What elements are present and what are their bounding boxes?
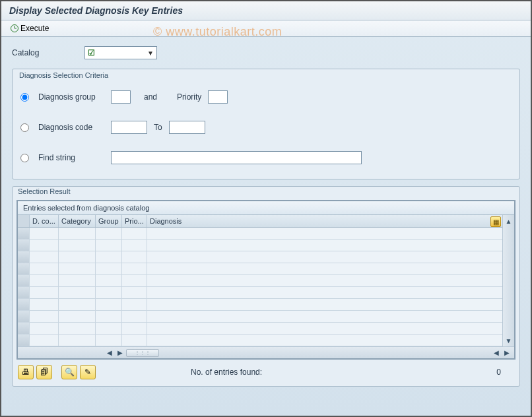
grid-rows bbox=[18, 228, 502, 346]
input-code-to[interactable] bbox=[169, 121, 205, 134]
scrollbar-thumb[interactable]: ⋮⋮⋮ bbox=[126, 349, 159, 357]
print-icon: 🖶 bbox=[22, 368, 30, 377]
execute-label: Execute bbox=[20, 24, 49, 33]
catalog-label: Catalog bbox=[12, 48, 78, 57]
radio-diagnosis-group[interactable] bbox=[20, 93, 29, 102]
column-category[interactable]: Category bbox=[59, 215, 96, 227]
edit-icon: ✎ bbox=[84, 368, 91, 377]
table-row[interactable] bbox=[18, 263, 502, 275]
criteria-title: Diagnosis Selection Criteria bbox=[19, 71, 513, 79]
execute-icon bbox=[11, 24, 18, 32]
table-row[interactable] bbox=[18, 335, 502, 346]
chevron-down-icon: ▼ bbox=[147, 49, 154, 57]
table-row[interactable] bbox=[18, 251, 502, 263]
output-button[interactable]: 🗐 bbox=[36, 365, 52, 379]
table-row[interactable] bbox=[18, 240, 502, 251]
scroll-down-icon[interactable]: ▼ bbox=[504, 336, 514, 345]
output-icon: 🗐 bbox=[40, 368, 48, 377]
scroll-left2-icon[interactable]: ◀ bbox=[492, 348, 501, 358]
table-row[interactable] bbox=[18, 323, 502, 335]
result-footer: 🖶 🗐 🔍 ✎ No. of entries found: 0 bbox=[17, 360, 515, 381]
catalog-select[interactable]: ☑ ▼ bbox=[84, 46, 157, 59]
criteria-group: Diagnosis Selection Criteria Diagnosis g… bbox=[12, 69, 520, 179]
label-diagnosis-code: Diagnosis code bbox=[38, 123, 104, 132]
input-diagnosis-group[interactable] bbox=[111, 90, 131, 104]
execute-button[interactable]: Execute bbox=[7, 22, 53, 34]
table-settings-icon[interactable]: ▦ bbox=[490, 216, 501, 227]
table-row[interactable] bbox=[18, 228, 502, 240]
sap-window: Display Selected Diagnosis Key Entries E… bbox=[1, 1, 531, 416]
page-title: Display Selected Diagnosis Key Entries bbox=[1, 1, 531, 20]
column-group[interactable]: Group bbox=[96, 215, 122, 227]
table-row[interactable] bbox=[18, 275, 502, 287]
column-diagnosis[interactable]: Diagnosis bbox=[147, 215, 502, 227]
entries-count-label: No. of entries found: bbox=[191, 368, 262, 377]
scroll-left-icon[interactable]: ◀ bbox=[105, 348, 114, 358]
column-dcode[interactable]: D. co... bbox=[30, 215, 59, 227]
search-button[interactable]: 🔍 bbox=[61, 365, 77, 379]
result-group: Selection Result Entries selected from d… bbox=[12, 186, 520, 387]
table-row[interactable] bbox=[18, 287, 502, 299]
label-and: and bbox=[144, 92, 157, 102]
horizontal-scrollbar[interactable]: ◀ ▶ ⋮⋮⋮ ◀ ▶ bbox=[18, 346, 514, 358]
table-row[interactable] bbox=[18, 299, 502, 311]
label-diagnosis-group: Diagnosis group bbox=[38, 92, 104, 102]
result-grid: Entries selected from diagnosis catalog … bbox=[17, 200, 515, 360]
scroll-right-icon[interactable]: ▶ bbox=[116, 348, 125, 358]
column-selector[interactable] bbox=[18, 215, 30, 227]
search-icon: 🔍 bbox=[65, 368, 75, 377]
radio-diagnosis-code[interactable] bbox=[20, 123, 29, 132]
column-priority[interactable]: Prio... bbox=[122, 215, 147, 227]
input-find-string[interactable] bbox=[111, 151, 362, 164]
grid-header: D. co... Category Group Prio... Diagnosi… bbox=[18, 215, 502, 228]
scroll-right2-icon[interactable]: ▶ bbox=[502, 348, 512, 358]
scroll-up-icon[interactable]: ▲ bbox=[504, 216, 514, 226]
toolbar: Execute bbox=[1, 20, 531, 37]
vertical-scrollbar[interactable]: ▲ ▼ bbox=[502, 215, 514, 346]
result-title: Selection Result bbox=[18, 187, 515, 195]
grid-caption: Entries selected from diagnosis catalog bbox=[18, 201, 514, 215]
input-priority[interactable] bbox=[208, 90, 228, 104]
table-row[interactable] bbox=[18, 311, 502, 323]
label-to: To bbox=[154, 123, 162, 132]
entries-count-value: 0 bbox=[448, 368, 501, 377]
check-icon: ☑ bbox=[88, 48, 95, 57]
radio-find-string[interactable] bbox=[20, 154, 29, 162]
body: Catalog ☑ ▼ Diagnosis Selection Criteria… bbox=[1, 37, 531, 396]
label-priority: Priority bbox=[177, 92, 201, 102]
print-button[interactable]: 🖶 bbox=[18, 365, 34, 379]
label-find-string: Find string bbox=[38, 153, 104, 162]
input-code-from[interactable] bbox=[111, 121, 147, 134]
edit-button[interactable]: ✎ bbox=[80, 365, 96, 379]
